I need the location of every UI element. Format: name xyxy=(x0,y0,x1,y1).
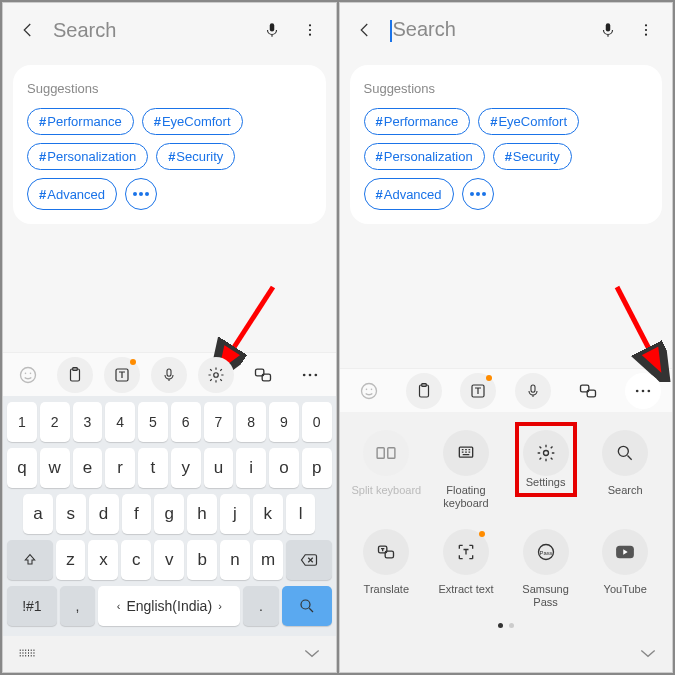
collapse-icon[interactable] xyxy=(638,645,658,663)
chip-performance[interactable]: #Performance xyxy=(364,108,471,135)
key-5[interactable]: 5 xyxy=(138,402,168,442)
key-v[interactable]: v xyxy=(154,540,184,580)
key-d[interactable]: d xyxy=(89,494,119,534)
symbols-key[interactable]: !#1 xyxy=(7,586,57,626)
key-t[interactable]: t xyxy=(138,448,168,488)
key-8[interactable]: 8 xyxy=(236,402,266,442)
chip-personalization[interactable]: #Personalization xyxy=(27,143,148,170)
search-input[interactable]: Search xyxy=(53,19,246,42)
highlight-annotation: Settings xyxy=(515,422,577,497)
shift-key[interactable] xyxy=(7,540,53,580)
key-e[interactable]: e xyxy=(73,448,103,488)
key-k[interactable]: k xyxy=(253,494,283,534)
translate-icon[interactable] xyxy=(570,373,606,409)
more-extract-text[interactable]: Extract text xyxy=(429,529,503,609)
clipboard-icon[interactable] xyxy=(406,373,442,409)
more-youtube[interactable]: YouTube xyxy=(588,529,662,609)
key-1[interactable]: 1 xyxy=(7,402,37,442)
more-samsung-pass[interactable]: Pass Samsung Pass xyxy=(509,529,583,609)
voice-icon[interactable] xyxy=(515,373,551,409)
chip-performance[interactable]: #Performance xyxy=(27,108,134,135)
more-settings[interactable]: Settings xyxy=(509,430,583,510)
key-w[interactable]: w xyxy=(40,448,70,488)
mic-icon[interactable] xyxy=(596,18,620,42)
chip-security[interactable]: #Security xyxy=(156,143,235,170)
comma-key[interactable]: , xyxy=(60,586,96,626)
key-l[interactable]: l xyxy=(286,494,316,534)
collapse-icon[interactable] xyxy=(302,645,322,663)
text-icon[interactable] xyxy=(460,373,496,409)
chip-security[interactable]: #Security xyxy=(493,143,572,170)
chip-eyecomfort[interactable]: #EyeComfort xyxy=(142,108,243,135)
key-u[interactable]: u xyxy=(204,448,234,488)
chip-advanced[interactable]: #Advanced xyxy=(364,178,454,210)
key-9[interactable]: 9 xyxy=(269,402,299,442)
text-icon[interactable] xyxy=(104,357,140,393)
more-menu-icon[interactable] xyxy=(298,18,322,42)
translate-icon[interactable] xyxy=(245,357,281,393)
toolbar-more-icon[interactable] xyxy=(625,373,661,409)
period-key[interactable]: . xyxy=(243,586,279,626)
chip-more[interactable] xyxy=(125,178,157,210)
key-4[interactable]: 4 xyxy=(105,402,135,442)
key-3[interactable]: 3 xyxy=(73,402,103,442)
back-button[interactable] xyxy=(17,19,39,41)
backspace-key[interactable] xyxy=(286,540,332,580)
key-a[interactable]: a xyxy=(23,494,53,534)
svg-point-2 xyxy=(308,29,310,31)
key-r[interactable]: r xyxy=(105,448,135,488)
emoji-icon[interactable] xyxy=(351,373,387,409)
key-s[interactable]: s xyxy=(56,494,86,534)
search-input[interactable]: Search xyxy=(390,18,583,42)
svg-point-24 xyxy=(361,383,376,398)
chip-personalization[interactable]: #Personalization xyxy=(364,143,485,170)
keyboard: 1234567890 qwertyuiop asdfghjkl zxcvbnm … xyxy=(3,396,336,636)
svg-point-3 xyxy=(308,34,310,36)
key-p[interactable]: p xyxy=(302,448,332,488)
more-search[interactable]: Search xyxy=(588,430,662,510)
keyboard-handle-icon[interactable] xyxy=(17,645,39,663)
svg-point-16 xyxy=(309,373,312,376)
key-q[interactable]: q xyxy=(7,448,37,488)
key-m[interactable]: m xyxy=(253,540,283,580)
svg-point-21 xyxy=(645,29,647,31)
key-j[interactable]: j xyxy=(220,494,250,534)
key-h[interactable]: h xyxy=(187,494,217,534)
svg-point-39 xyxy=(543,451,548,456)
mic-icon[interactable] xyxy=(260,18,284,42)
toolbar-more-icon[interactable] xyxy=(292,357,328,393)
chip-more[interactable] xyxy=(462,178,494,210)
voice-icon[interactable] xyxy=(151,357,187,393)
gear-icon[interactable] xyxy=(198,357,234,393)
svg-text:Pass: Pass xyxy=(539,549,552,555)
more-translate[interactable]: Translate xyxy=(350,529,424,609)
key-o[interactable]: o xyxy=(269,448,299,488)
key-6[interactable]: 6 xyxy=(171,402,201,442)
more-floating-keyboard[interactable]: Floating keyboard xyxy=(429,430,503,510)
key-z[interactable]: z xyxy=(56,540,86,580)
clipboard-icon[interactable] xyxy=(57,357,93,393)
key-x[interactable]: x xyxy=(88,540,118,580)
key-g[interactable]: g xyxy=(154,494,184,534)
svg-rect-37 xyxy=(388,448,395,459)
chip-eyecomfort[interactable]: #EyeComfort xyxy=(478,108,579,135)
svg-line-23 xyxy=(617,287,662,374)
key-c[interactable]: c xyxy=(121,540,151,580)
back-button[interactable] xyxy=(354,19,376,41)
key-0[interactable]: 0 xyxy=(302,402,332,442)
key-n[interactable]: n xyxy=(220,540,250,580)
key-f[interactable]: f xyxy=(122,494,152,534)
key-2[interactable]: 2 xyxy=(40,402,70,442)
suggestions-title: Suggestions xyxy=(27,81,312,96)
search-key[interactable] xyxy=(282,586,332,626)
svg-point-12 xyxy=(214,372,219,377)
top-bar: Search xyxy=(340,3,673,57)
key-y[interactable]: y xyxy=(171,448,201,488)
emoji-icon[interactable] xyxy=(10,357,46,393)
chip-advanced[interactable]: #Advanced xyxy=(27,178,117,210)
key-b[interactable]: b xyxy=(187,540,217,580)
key-7[interactable]: 7 xyxy=(204,402,234,442)
key-i[interactable]: i xyxy=(236,448,266,488)
spacebar[interactable]: ‹ English(India) › xyxy=(98,586,240,626)
more-menu-icon[interactable] xyxy=(634,18,658,42)
